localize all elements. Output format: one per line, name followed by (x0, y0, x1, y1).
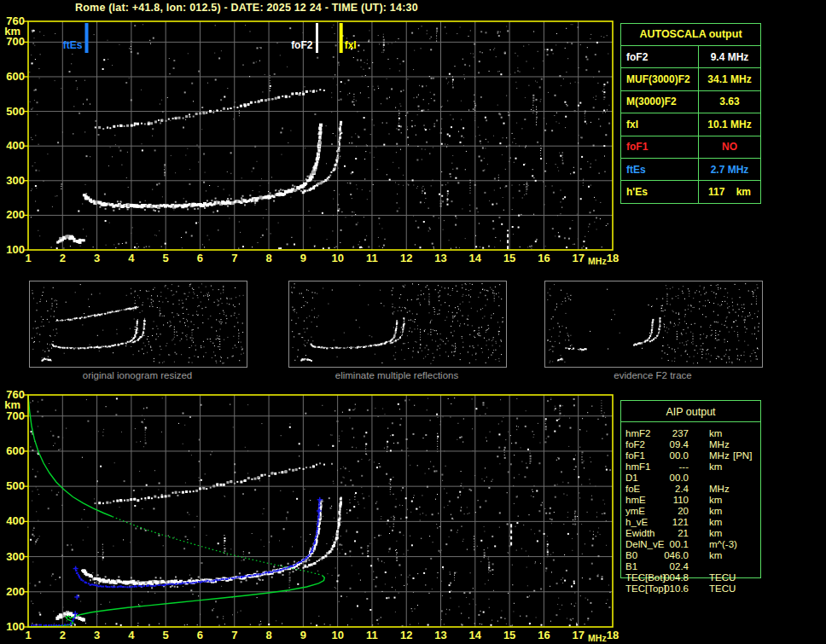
svg-text:fxI: fxI (345, 39, 357, 51)
row-label: h'Es (621, 181, 699, 202)
svg-text:4: 4 (128, 629, 135, 641)
svg-text:1: 1 (25, 252, 31, 264)
svg-text:500: 500 (6, 105, 25, 118)
row-label: foF2 (621, 46, 699, 67)
aip-table-rows: hmF2237kmfoF209.4MHzfoF100.0MHz[PN]hmF1-… (620, 428, 759, 595)
svg-text:km: km (4, 25, 20, 38)
row-unit: km (709, 428, 722, 439)
svg-text:12: 12 (400, 629, 412, 641)
row-unit: km (709, 550, 722, 561)
thumbnail-eliminate-reflections-image (289, 281, 504, 365)
row-value: 34.1 MHz (699, 73, 760, 85)
svg-text:200: 200 (6, 208, 25, 221)
svg-text:100: 100 (6, 620, 25, 633)
row-unit: km (709, 495, 722, 506)
echo-traces (56, 89, 342, 244)
row-unit: TECU (709, 572, 736, 583)
svg-text:16: 16 (538, 252, 550, 264)
row-value: 21 (644, 528, 689, 539)
table-row: foE2.4MHz (620, 484, 759, 495)
svg-text:500: 500 (6, 479, 25, 492)
table-row: foF209.4MHz (620, 439, 759, 450)
thumbnail-evidence-f2-trace (544, 281, 763, 368)
row-unit: m^(-3) (709, 539, 737, 550)
svg-text:3: 3 (94, 252, 100, 264)
svg-text:7: 7 (231, 629, 237, 641)
thumbnail-caption-reflections: eliminate multiple reflections (288, 370, 505, 380)
row-value: 9.4 MHz (699, 51, 760, 63)
row-label: foF2 (625, 439, 645, 450)
plot-layers: 760700600500400300200100km12345678910111… (4, 15, 619, 266)
thumbnail-eliminate-reflections (288, 281, 507, 368)
svg-text:5: 5 (163, 252, 169, 264)
svg-text:6: 6 (197, 629, 203, 641)
thumbnail-caption-original: original ionogram resized (29, 370, 246, 380)
table-row: MUF(3000)F234.1 MHz (621, 68, 760, 90)
profile-and-scaled-trace (28, 396, 325, 627)
svg-text:100: 100 (6, 243, 25, 256)
svg-text:3: 3 (94, 629, 100, 641)
svg-text:11: 11 (366, 252, 378, 264)
top-ionogram-plot: 760700600500400300200100km12345678910111… (0, 12, 631, 270)
thumbnail-layers (291, 283, 503, 364)
svg-text:600: 600 (6, 70, 25, 83)
table-row: ymE20km (620, 506, 759, 517)
row-value: 09.4 (644, 439, 689, 450)
svg-text:400: 400 (6, 514, 25, 527)
svg-text:7: 7 (231, 252, 237, 264)
svg-text:ftEs: ftEs (63, 39, 83, 51)
svg-text:10: 10 (331, 252, 343, 264)
svg-text:300: 300 (6, 550, 25, 563)
svg-text:6: 6 (197, 252, 203, 264)
row-unit: km (709, 461, 722, 473)
table-row: hmF2237km (620, 428, 759, 439)
row-label: B0 (625, 550, 637, 561)
svg-text:5: 5 (163, 629, 169, 641)
row-label: foF1 (625, 450, 645, 461)
row-value: 010.6 (644, 583, 689, 595)
svg-text:2: 2 (60, 629, 66, 641)
frequency-markers: ftEsfoF2fxI (63, 23, 357, 53)
table-row: Ewidth21km (620, 528, 759, 539)
bottom-ionogram-plot-with-profile: 760700600500400300200100km12345678910111… (0, 388, 631, 644)
svg-text:15: 15 (503, 252, 515, 264)
thumbnail-original-ionogram-image (30, 281, 245, 365)
autoscala-table-rows: foF29.4 MHzMUF(3000)F234.1 MHzM(3000)F23… (621, 46, 760, 203)
row-unit: MHz (709, 484, 730, 495)
row-note: [PN] (733, 450, 752, 461)
table-row: hmF1---km (620, 461, 759, 473)
autoscala-output-screen: Rome (lat: +41.8, lon: 012.5) - DATE: 20… (0, 0, 826, 644)
svg-text:2: 2 (60, 252, 66, 264)
row-value: --- (644, 461, 689, 473)
table-row: D100.0 (620, 473, 759, 484)
svg-text:1: 1 (25, 629, 31, 641)
autoscala-table-title: AUTOSCALA output (621, 24, 760, 46)
thumbnail-layers (32, 283, 244, 363)
row-value: 20 (644, 506, 689, 517)
svg-text:14: 14 (469, 629, 482, 641)
svg-text:foF2: foF2 (291, 39, 313, 51)
svg-text:13: 13 (434, 629, 446, 641)
row-value: 121 (644, 517, 689, 528)
row-label: D1 (625, 473, 638, 484)
row-unit: TECU (709, 583, 736, 595)
table-row: h'Es117 km (621, 181, 760, 202)
row-label: hmE (625, 495, 646, 506)
thumbnail-original-ionogram (29, 281, 247, 368)
svg-text:MHz: MHz (588, 633, 607, 643)
row-label: foE (625, 484, 640, 495)
svg-text:10: 10 (331, 629, 343, 641)
svg-text:8: 8 (265, 629, 271, 641)
row-unit: km (709, 506, 722, 517)
svg-text:18: 18 (607, 252, 619, 264)
row-value: NO (699, 141, 760, 153)
table-row: h_vE121km (620, 517, 759, 528)
row-label: ftEs (621, 159, 699, 180)
svg-text:13: 13 (434, 252, 446, 264)
table-row: hmE110km (620, 495, 759, 506)
row-unit: MHz (709, 439, 730, 450)
row-value: 2.7 MHz (699, 164, 760, 176)
table-row: M(3000)F23.63 (621, 91, 760, 113)
svg-text:8: 8 (265, 252, 271, 264)
svg-text:17: 17 (572, 252, 584, 264)
